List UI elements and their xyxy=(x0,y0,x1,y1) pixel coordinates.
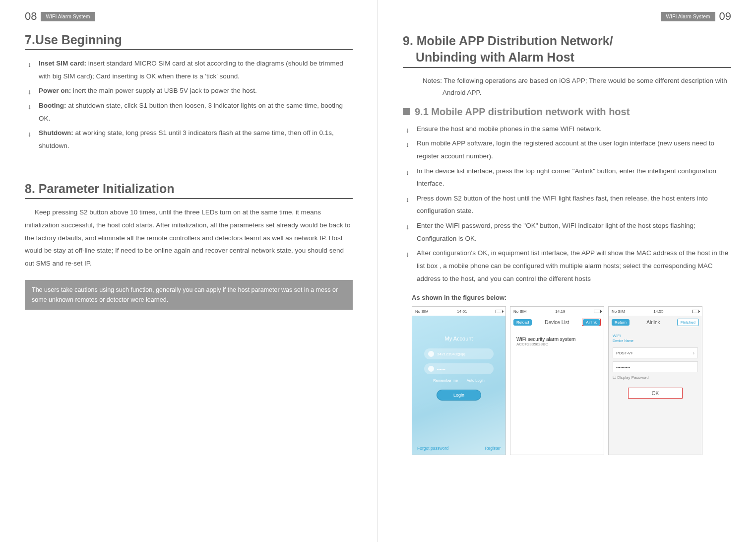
forgot-password-link[interactable]: Forgot password xyxy=(417,446,448,451)
register-link[interactable]: Register xyxy=(485,446,501,451)
carrier-label: No SIM xyxy=(415,309,429,314)
battery-icon xyxy=(692,310,699,313)
auto-login-checkbox[interactable]: Auto Login xyxy=(467,378,485,383)
bullet-text: inert the main power supply at USB 5V ja… xyxy=(71,87,256,94)
ssid-value: POST-VF xyxy=(616,351,633,355)
header-badge-right: WIFI Alarm System xyxy=(661,12,715,21)
battery-icon xyxy=(594,310,601,313)
section-7-list: Inset SIM card: insert standard MICRO SI… xyxy=(28,57,353,152)
status-bar: No SIM 14:55 xyxy=(609,307,702,316)
nav-bar: Return Airlink Finished xyxy=(609,316,702,329)
section-9-title-line2: Unbinding with Alarm Host xyxy=(403,50,574,64)
time-label: 14:19 xyxy=(555,309,565,314)
header-left: 08 WIFI Alarm System xyxy=(25,10,353,23)
page-left: 08 WIFI Alarm System 7.Use Beginning Ins… xyxy=(0,0,378,542)
header-badge-left: WIFI Alarm System xyxy=(41,12,95,21)
nav-bar: Reload Device List Airlink xyxy=(510,316,604,329)
section-9-title-line1: 9. Mobile APP Distribution Network/ xyxy=(403,34,613,48)
wifi-sublabel: Device Name xyxy=(613,339,698,342)
finished-button[interactable]: Finished xyxy=(677,319,699,326)
list-item: Power on: inert the main power supply at… xyxy=(28,84,353,97)
airlink-button[interactable]: Airlink xyxy=(583,319,600,326)
device-list-item[interactable]: WiFi security alarm system ACCF2335628BC xyxy=(514,334,600,349)
device-title: WiFi security alarm system xyxy=(516,337,598,342)
list-item: Press down S2 button of the host until t… xyxy=(406,192,731,217)
bullet-bold: Power on: xyxy=(39,87,71,94)
page-number-right: 09 xyxy=(719,10,731,23)
section-9-title: 9. Mobile APP Distribution Network/ Unbi… xyxy=(403,33,731,68)
ssid-field[interactable]: POST-VF › xyxy=(613,347,698,358)
lock-icon xyxy=(428,366,434,372)
login-panel: My Account 342123943@qq •••••• Remember … xyxy=(412,316,505,401)
square-bullet-icon xyxy=(403,108,410,115)
list-item: Enter the WIFI password, press the "OK" … xyxy=(406,219,731,245)
caution-box: The users take cautions using such funct… xyxy=(25,280,353,310)
list-item: Ensure the host and mobile phones in the… xyxy=(406,123,731,136)
figure-phone-login: No SIM 14:01 My Account 342123943@qq •••… xyxy=(412,306,506,455)
figures-caption: As shown in the figures below: xyxy=(412,294,731,301)
figure-phone-device-list: No SIM 14:19 Reload Device List Airlink … xyxy=(510,306,604,455)
page-number-left: 08 xyxy=(25,10,37,23)
list-item: In the device list interface, press the … xyxy=(406,165,731,190)
bullet-bold: Shutdown: xyxy=(39,129,73,136)
section-7-title: 7.Use Beginning xyxy=(25,33,353,50)
display-password-checkbox[interactable]: ☐ Display Password xyxy=(613,375,698,380)
section-8-paragraph: Keep pressing S2 button above 10 times, … xyxy=(25,206,353,270)
username-field[interactable]: 342123943@qq xyxy=(424,348,494,359)
bullet-bold: Inset SIM card: xyxy=(39,60,86,67)
password-value: •••••• xyxy=(437,367,445,371)
subsection-91-title: 9.1 Mobile APP distribution network with… xyxy=(415,106,630,118)
figure-phone-airlink: No SIM 14:55 Return Airlink Finished WiF… xyxy=(608,306,702,455)
remember-me-checkbox[interactable]: Remember me xyxy=(433,378,458,383)
ok-button[interactable]: OK xyxy=(628,388,683,399)
list-item: Booting: at shutdown state, click S1 but… xyxy=(28,99,353,125)
page-right: WIFI Alarm System 09 9. Mobile APP Distr… xyxy=(378,0,756,542)
bullet-text: at working state, long press S1 until 3 … xyxy=(39,129,334,149)
list-item: After configuration's OK, in equipment l… xyxy=(406,247,731,285)
subsection-91-list: Ensure the host and mobile phones in the… xyxy=(406,123,731,285)
section-8-title: 8. Parameter Initialization xyxy=(25,182,353,199)
login-title: My Account xyxy=(412,336,505,341)
display-password-label: Display Password xyxy=(617,375,649,380)
list-item: Shutdown: at working state, long press S… xyxy=(28,127,353,152)
section-9-notes: Notes: The following operations are base… xyxy=(423,75,731,99)
list-item: Run mobile APP software, login the regis… xyxy=(406,137,731,162)
status-bar: No SIM 14:19 xyxy=(510,307,604,316)
bullet-text: at shutdown state, click S1 button then … xyxy=(39,102,343,122)
chevron-right-icon: › xyxy=(693,350,694,356)
device-mac: ACCF2335628BC xyxy=(516,342,598,346)
time-label: 14:01 xyxy=(457,309,467,314)
wifi-section: WiFi Device Name xyxy=(613,334,698,342)
login-button[interactable]: Login xyxy=(437,390,481,401)
nav-title: Airlink xyxy=(646,320,660,325)
time-label: 14:55 xyxy=(653,309,663,314)
figures-row: No SIM 14:01 My Account 342123943@qq •••… xyxy=(412,306,731,455)
wifi-password-field[interactable]: •••••••••• xyxy=(613,361,698,372)
header-right: WIFI Alarm System 09 xyxy=(403,10,731,23)
user-icon xyxy=(428,351,434,357)
carrier-label: No SIM xyxy=(612,309,625,314)
return-button[interactable]: Return xyxy=(612,319,630,326)
status-bar: No SIM 14:01 xyxy=(412,307,505,316)
nav-title: Device List xyxy=(545,320,569,325)
reload-button[interactable]: Reload xyxy=(513,319,532,326)
carrier-label: No SIM xyxy=(513,309,527,314)
wifi-label: WiFi xyxy=(613,334,698,338)
subsection-91-header: 9.1 Mobile APP distribution network with… xyxy=(403,106,731,118)
airlink-highlight: Airlink xyxy=(582,319,601,326)
battery-icon xyxy=(496,310,503,313)
username-value: 342123943@qq xyxy=(437,352,465,356)
bullet-bold: Booting: xyxy=(39,102,66,109)
password-field[interactable]: •••••• xyxy=(424,363,494,374)
list-item: Inset SIM card: insert standard MICRO SI… xyxy=(28,57,353,82)
wifi-password-value: •••••••••• xyxy=(616,365,630,369)
